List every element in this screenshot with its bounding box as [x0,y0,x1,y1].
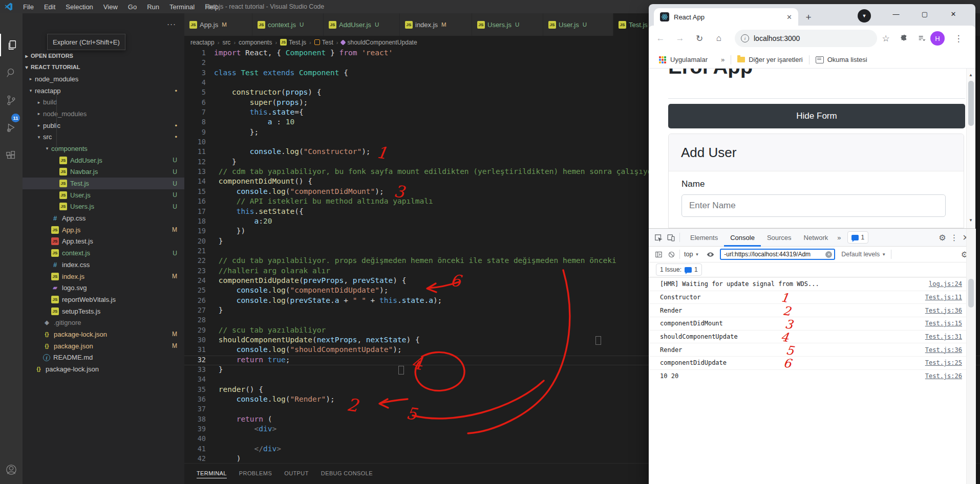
account-icon[interactable] [0,458,23,481]
editor-tab-index.js[interactable]: JSindex.jsM [400,13,472,36]
back-icon[interactable]: ← [654,32,667,45]
source-link[interactable]: Test.js:36 [925,307,962,314]
file-row-reactapp[interactable]: ▾reactapp• [23,85,184,97]
file-row-context-js[interactable]: JScontext.jsU [23,247,184,259]
file-row-package-json[interactable]: {}package.jsonM [23,340,184,352]
file-row-adduser-js[interactable]: JSAddUser.jsU [23,155,184,166]
maximize-button[interactable]: ▢ [917,7,932,20]
source-link[interactable]: Test.js:11 [925,294,962,301]
new-tab-button[interactable]: + [802,11,815,24]
editor-tab-adduser.js[interactable]: JSAddUser.jsU [324,13,400,36]
editor-tab-user.js[interactable]: JSUser.jsU [543,13,613,36]
extensions-icon[interactable] [0,144,23,167]
breadcrumb-item-reactapp[interactable]: reactapp [190,39,215,46]
home-icon[interactable]: ⌂ [712,32,726,45]
editor-tab-users.js[interactable]: JSUsers.jsU [472,13,543,36]
bookmarks-overflow[interactable]: » [721,56,725,63]
console-filter[interactable]: ✕ [720,249,835,260]
file-row-components[interactable]: ▾components [23,143,184,155]
bookmark-reading-list[interactable]: Okuma listesi [827,56,867,63]
minimize-button[interactable]: — [888,7,904,20]
more-tabs-icon[interactable]: » [834,234,844,241]
devtools-tab-sources[interactable]: Sources [761,229,798,247]
file-row-package-lock-json[interactable]: {}package-lock.jsonM [23,328,184,340]
file-row-build[interactable]: ▸build [23,96,184,108]
file-row-navbar-js[interactable]: JSNavbar.jsU [23,166,184,178]
bookmark-star-icon[interactable]: ☆ [879,32,892,45]
issues-badge[interactable]: 1 [847,231,869,244]
panel-tab-output[interactable]: OUTPUT [284,470,309,478]
file-row-user-js[interactable]: JSUser.jsU [23,189,184,201]
url-text[interactable]: localhost:3000 [754,34,800,42]
breadcrumb-item-components[interactable]: ›components [230,39,272,46]
devtools-tab-elements[interactable]: Elements [684,229,724,247]
browser-profile-icon[interactable]: ▼ [858,9,871,23]
file-row-logo-svg[interactable]: ▰logo.svg [23,282,184,294]
tab-close-icon[interactable]: ✕ [786,13,792,21]
page-scrollbar[interactable]: ▲ ▼ [966,69,975,228]
search-icon[interactable] [0,61,23,84]
menu-item-edit[interactable]: Edit [39,2,60,12]
hide-form-button[interactable]: Hide Form [668,104,965,128]
file-row-test-js[interactable]: JSTest.jsU [23,178,184,189]
panel-tab-problems[interactable]: PROBLEMS [239,470,272,478]
bookmark-apps[interactable]: Uygulamalar [670,56,708,63]
file-row-public[interactable]: ▸public• [23,120,184,131]
panel-tab-terminal[interactable]: TERMINAL [197,470,227,478]
extensions-puzzle-icon[interactable] [898,32,911,45]
close-button[interactable]: ✕ [946,7,961,20]
devtools-tab-network[interactable]: Network [798,229,835,247]
explorer-icon[interactable] [0,34,24,56]
devtools-scrollbar[interactable] [966,229,976,484]
sidebar-actions-icon[interactable]: ··· [167,19,176,28]
file-row-setuptests-js[interactable]: JSsetupTests.js [23,305,184,317]
breadcrumb-item-shouldcomponentupdate[interactable]: ›shouldComponentUpdate [333,39,417,46]
editor-tab-context.js[interactable]: JScontext.jsU [252,13,324,36]
source-link[interactable]: Test.js:31 [925,333,962,340]
file-row-package-lock-json[interactable]: {}package-lock.json [23,363,184,375]
console-sidebar-icon[interactable] [655,251,663,258]
breadcrumb-item-src[interactable]: ›src [215,39,231,46]
forward-icon[interactable]: → [673,32,687,45]
file-row-index-css[interactable]: #index.css [23,259,184,271]
file-row-src[interactable]: ▾src• [23,131,184,143]
source-link[interactable]: Test.js:36 [925,346,962,354]
breadcrumb-item-test[interactable]: ›Test [306,39,333,46]
site-info-icon[interactable]: i [741,34,749,42]
file-row-reportwebvitals-js[interactable]: JSreportWebVitals.js [23,294,184,305]
browser-menu-icon[interactable]: ⋮ [952,32,965,45]
filter-input[interactable] [723,250,825,258]
open-editors-section[interactable]: ▸ OPEN EDITORS [23,50,184,61]
eye-icon[interactable] [706,250,715,259]
source-link[interactable]: Test.js:26 [925,372,962,380]
name-input[interactable] [681,194,946,217]
source-control-icon[interactable] [0,89,23,112]
source-link[interactable]: log.js:24 [929,280,962,288]
file-row-app-js[interactable]: JSApp.jsM [23,224,184,236]
file-row-app-test-js[interactable]: JSApp.test.js [23,236,184,248]
menu-item-selection[interactable]: Selection [61,2,97,12]
root-folder-section[interactable]: ▾ REACT TUTORIAL [23,61,184,73]
file-row-index-js[interactable]: JSindex.jsM [23,271,184,282]
reload-icon[interactable]: ↻ [693,32,706,45]
inspect-element-icon[interactable] [654,233,663,242]
source-link[interactable]: Test.js:15 [925,320,962,327]
menu-item-terminal[interactable]: Terminal [165,2,199,12]
file-row-app-css[interactable]: #App.css [23,212,184,224]
devtools-tab-console[interactable]: Console [724,229,761,247]
run-debug-icon[interactable] [0,117,23,139]
issues-counter[interactable]: 1 Issue: 1 [656,263,702,276]
bookmark-other[interactable]: Diğer yer işaretleri [749,56,802,63]
file-row-users-js[interactable]: JSUsers.jsU [23,201,184,213]
clear-filter-icon[interactable]: ✕ [825,251,832,258]
breadcrumb-item-test.js[interactable]: ›JSTest.js [272,39,306,46]
profile-avatar[interactable]: H [930,31,945,46]
scroll-up-icon[interactable]: ▲ [969,73,973,77]
scroll-thumb[interactable] [968,81,974,126]
menu-item-help[interactable]: Help [200,2,223,12]
context-selector[interactable]: top [684,251,693,258]
browser-tab[interactable]: React App ✕ [654,8,798,26]
file-row-node-modules[interactable]: ▸node_modules [23,73,184,85]
editor-tab-app.js[interactable]: JSApp.jsM [184,13,252,36]
file-row-node-modules[interactable]: ▸node_modules [23,108,184,120]
